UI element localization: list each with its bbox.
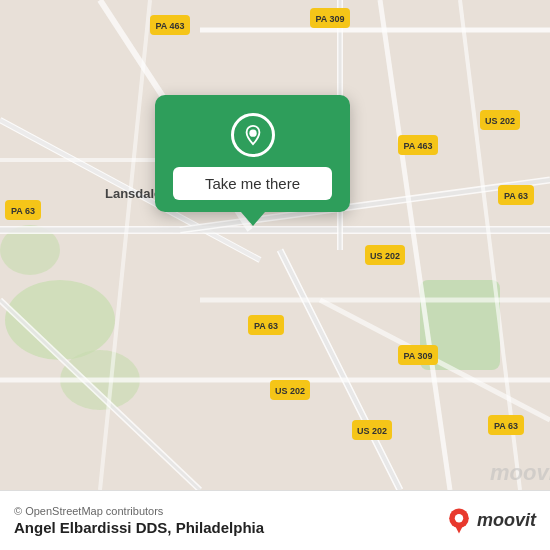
take-me-there-button[interactable]: Take me there bbox=[173, 167, 332, 200]
svg-text:PA 309: PA 309 bbox=[315, 14, 344, 24]
svg-text:US 202: US 202 bbox=[357, 426, 387, 436]
bottom-bar: © OpenStreetMap contributors Angel Elbar… bbox=[0, 490, 550, 550]
bottom-info: © OpenStreetMap contributors Angel Elbar… bbox=[14, 505, 445, 536]
popup-card: Take me there bbox=[155, 95, 350, 212]
moovit-text: moovit bbox=[477, 510, 536, 531]
svg-text:moovit: moovit bbox=[490, 460, 550, 485]
svg-text:PA 63: PA 63 bbox=[494, 421, 518, 431]
moovit-logo: moovit bbox=[445, 507, 536, 535]
copyright-text: © OpenStreetMap contributors bbox=[14, 505, 445, 517]
svg-point-52 bbox=[249, 130, 256, 137]
svg-text:PA 463: PA 463 bbox=[403, 141, 432, 151]
svg-text:Lansdale: Lansdale bbox=[105, 186, 161, 201]
svg-text:PA 63: PA 63 bbox=[504, 191, 528, 201]
svg-text:PA 309: PA 309 bbox=[403, 351, 432, 361]
moovit-pin-icon bbox=[445, 507, 473, 535]
svg-text:US 202: US 202 bbox=[485, 116, 515, 126]
svg-text:US 202: US 202 bbox=[275, 386, 305, 396]
svg-text:US 202: US 202 bbox=[370, 251, 400, 261]
svg-marker-55 bbox=[455, 525, 463, 533]
map-container: PA 463 PA 309 PA 63 US 202 PA 463 US 202… bbox=[0, 0, 550, 490]
svg-text:PA 63: PA 63 bbox=[11, 206, 35, 216]
svg-text:PA 63: PA 63 bbox=[254, 321, 278, 331]
map-background: PA 463 PA 309 PA 63 US 202 PA 463 US 202… bbox=[0, 0, 550, 490]
location-title: Angel Elbardissi DDS, Philadelphia bbox=[14, 519, 445, 536]
location-pin bbox=[231, 113, 275, 157]
svg-point-54 bbox=[455, 514, 463, 522]
svg-text:PA 463: PA 463 bbox=[155, 21, 184, 31]
